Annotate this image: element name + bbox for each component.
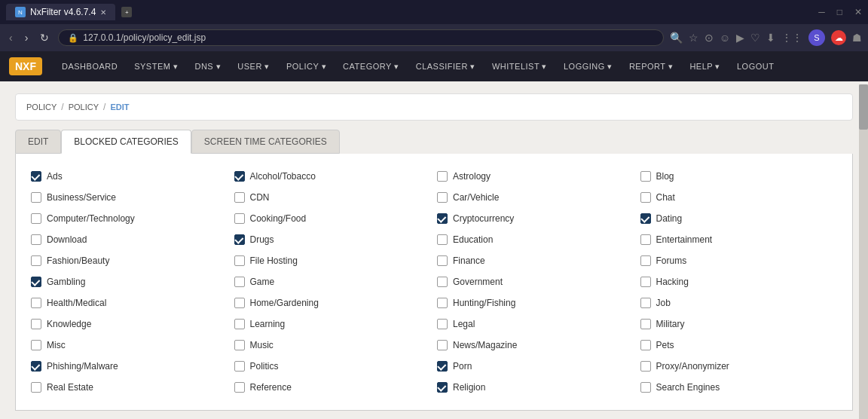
category-label[interactable]: Alcohol/Tobacco <box>250 171 316 182</box>
category-label[interactable]: Cooking/Food <box>250 213 307 224</box>
tab-blocked-categories[interactable]: BLOCKED CATEGORIES <box>61 130 191 154</box>
play-icon[interactable]: ▶ <box>736 32 744 44</box>
category-checkbox[interactable] <box>437 382 448 393</box>
nav-item-policy[interactable]: POLICY ▾ <box>279 57 334 76</box>
category-label[interactable]: Blog <box>656 171 674 182</box>
category-checkbox[interactable] <box>640 361 651 372</box>
category-checkbox[interactable] <box>640 298 651 308</box>
category-label[interactable]: CDN <box>250 192 270 203</box>
category-checkbox[interactable] <box>234 298 245 308</box>
category-checkbox[interactable] <box>31 340 41 350</box>
category-label[interactable]: Gambling <box>47 277 85 287</box>
maximize-button[interactable]: □ <box>837 7 842 17</box>
category-checkbox[interactable] <box>640 192 651 203</box>
category-checkbox[interactable] <box>234 255 245 266</box>
category-checkbox[interactable] <box>31 171 41 182</box>
category-label[interactable]: Military <box>656 319 685 329</box>
nav-item-classifier[interactable]: CLASSIFIER ▾ <box>408 57 483 76</box>
category-checkbox[interactable] <box>234 213 245 224</box>
minimize-button[interactable]: ─ <box>818 7 825 17</box>
category-label[interactable]: Music <box>250 340 274 350</box>
tab-edit[interactable]: EDIT <box>15 130 61 154</box>
category-label[interactable]: Fashion/Beauty <box>47 255 109 266</box>
category-label[interactable]: Dating <box>656 213 683 224</box>
category-label[interactable]: Search Engines <box>656 382 720 393</box>
category-label[interactable]: Cryptocurrency <box>453 213 514 224</box>
category-checkbox[interactable] <box>640 277 651 287</box>
refresh-button[interactable]: ↻ <box>37 30 52 45</box>
nav-item-whitelist[interactable]: WHITELIST ▾ <box>484 57 555 76</box>
category-label[interactable]: Health/Medical <box>47 298 106 308</box>
category-checkbox[interactable] <box>31 255 41 266</box>
close-button[interactable]: ✕ <box>854 7 862 17</box>
category-checkbox[interactable] <box>31 192 41 203</box>
browser-tab[interactable]: N NxFilter v4.6.7.4 ✕ <box>6 4 115 20</box>
nav-item-system[interactable]: SYSTEM ▾ <box>127 57 185 76</box>
category-checkbox[interactable] <box>437 234 448 245</box>
category-label[interactable]: Learning <box>250 319 286 329</box>
category-checkbox[interactable] <box>31 277 41 287</box>
category-checkbox[interactable] <box>234 361 245 372</box>
category-checkbox[interactable] <box>640 382 651 393</box>
category-checkbox[interactable] <box>640 171 651 182</box>
category-checkbox[interactable] <box>437 361 448 372</box>
download-icon[interactable]: ⬇ <box>766 32 775 44</box>
search-icon[interactable]: 🔍 <box>670 32 683 44</box>
nav-item-help[interactable]: HELP ▾ <box>682 57 728 76</box>
category-checkbox[interactable] <box>437 192 448 203</box>
category-label[interactable]: Drugs <box>250 234 274 245</box>
nav-item-logging[interactable]: LOGGING ▾ <box>556 57 620 76</box>
category-label[interactable]: Pets <box>656 340 674 350</box>
category-checkbox[interactable] <box>31 298 41 308</box>
category-checkbox[interactable] <box>234 340 245 350</box>
category-checkbox[interactable] <box>437 277 448 287</box>
nav-item-user[interactable]: USER ▾ <box>230 57 277 76</box>
nav-item-logout[interactable]: LOGOUT <box>729 57 781 76</box>
category-label[interactable]: Astrology <box>453 171 491 182</box>
category-checkbox[interactable] <box>437 298 448 308</box>
category-checkbox[interactable] <box>640 340 651 350</box>
category-label[interactable]: Reference <box>250 382 292 393</box>
scrollbar-track[interactable] <box>859 84 868 419</box>
category-label[interactable]: Forums <box>656 255 687 266</box>
menu-icon[interactable]: ⋮⋮ <box>781 32 802 44</box>
category-label[interactable]: Download <box>47 234 87 245</box>
category-label[interactable]: Ads <box>47 171 63 182</box>
category-checkbox[interactable] <box>234 192 245 203</box>
category-label[interactable]: Chat <box>656 192 675 203</box>
tab-screen-time-categories[interactable]: SCREEN TIME CATEGORIES <box>191 130 340 154</box>
category-checkbox[interactable] <box>234 171 245 182</box>
nav-item-report[interactable]: REPORT ▾ <box>622 57 681 76</box>
category-label[interactable]: Car/Vehicle <box>453 192 499 203</box>
category-label[interactable]: Computer/Technology <box>47 213 135 224</box>
category-checkbox[interactable] <box>437 171 448 182</box>
category-label[interactable]: News/Magazine <box>453 340 517 350</box>
category-checkbox[interactable] <box>31 319 41 329</box>
profile-icon[interactable]: S <box>808 29 825 46</box>
category-checkbox[interactable] <box>31 361 41 372</box>
category-checkbox[interactable] <box>437 340 448 350</box>
category-label[interactable]: Real Estate <box>47 382 93 393</box>
category-label[interactable]: Phishing/Malware <box>47 361 118 372</box>
category-label[interactable]: Finance <box>453 255 485 266</box>
extension2-icon[interactable]: ☗ <box>852 32 862 44</box>
heart-icon[interactable]: ♡ <box>750 32 760 44</box>
category-checkbox[interactable] <box>234 277 245 287</box>
breadcrumb-policy2[interactable]: POLICY <box>69 102 99 112</box>
category-label[interactable]: Education <box>453 234 493 245</box>
category-checkbox[interactable] <box>640 319 651 329</box>
category-label[interactable]: Porn <box>453 361 472 372</box>
category-checkbox[interactable] <box>640 234 651 245</box>
category-checkbox[interactable] <box>234 234 245 245</box>
new-tab-button[interactable]: + <box>121 7 132 17</box>
history-icon[interactable]: ⊙ <box>704 32 714 44</box>
address-bar[interactable]: 🔒 127.0.0.1/policy/policy_edit.jsp <box>58 29 663 46</box>
category-label[interactable]: Job <box>656 298 671 308</box>
category-label[interactable]: Proxy/Anonymizer <box>656 361 729 372</box>
category-label[interactable]: Game <box>250 277 275 287</box>
scrollbar-thumb[interactable] <box>859 84 868 130</box>
breadcrumb-policy1[interactable]: POLICY <box>26 102 57 112</box>
category-label[interactable]: Government <box>453 277 503 287</box>
category-label[interactable]: Knowledge <box>47 319 91 329</box>
category-checkbox[interactable] <box>31 234 41 245</box>
